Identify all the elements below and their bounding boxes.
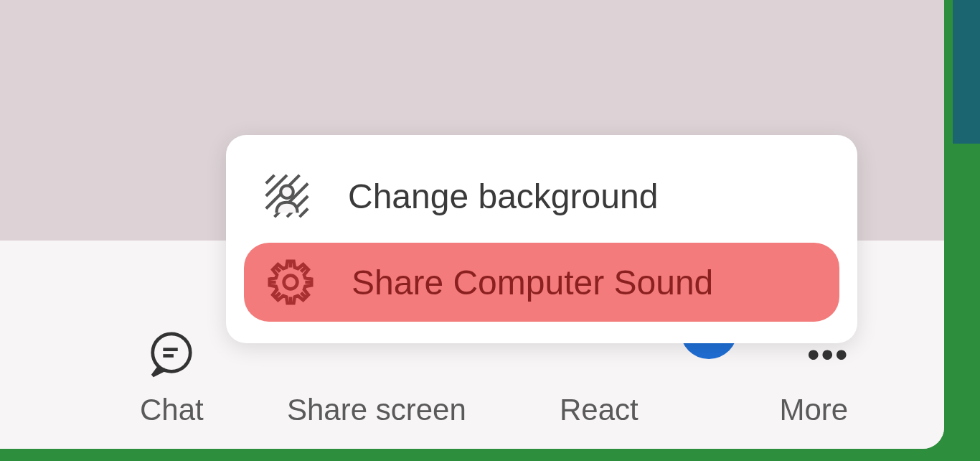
chat-bubble-icon — [146, 330, 197, 380]
more-label: More — [779, 393, 848, 427]
svg-point-0 — [153, 334, 191, 371]
share-screen-button[interactable]: Share screen — [287, 393, 466, 427]
more-button[interactable]: ••• More — [778, 344, 849, 427]
svg-point-10 — [281, 185, 293, 198]
react-label: React — [560, 393, 639, 427]
svg-line-9 — [300, 209, 308, 218]
share-computer-sound-label: Share Computer Sound — [352, 263, 713, 302]
chat-label: Chat — [140, 393, 204, 427]
change-background-label: Change background — [348, 177, 658, 216]
outer-frame: Chat Share screen React ••• More — [0, 0, 980, 461]
chat-button[interactable]: Chat — [140, 330, 204, 427]
share-computer-sound-item[interactable]: Share Computer Sound — [244, 243, 839, 322]
svg-line-4 — [266, 175, 275, 184]
more-options-popup: Change background Share Computer Sound — [226, 135, 857, 343]
react-button[interactable]: React — [560, 393, 639, 427]
svg-point-11 — [284, 276, 298, 289]
share-screen-label: Share screen — [287, 393, 466, 427]
gear-icon — [265, 257, 316, 307]
change-background-item[interactable]: Change background — [226, 157, 857, 236]
background-effect-icon — [262, 171, 312, 221]
meeting-window: Chat Share screen React ••• More — [0, 0, 944, 449]
teal-accent-strip — [953, 0, 980, 144]
